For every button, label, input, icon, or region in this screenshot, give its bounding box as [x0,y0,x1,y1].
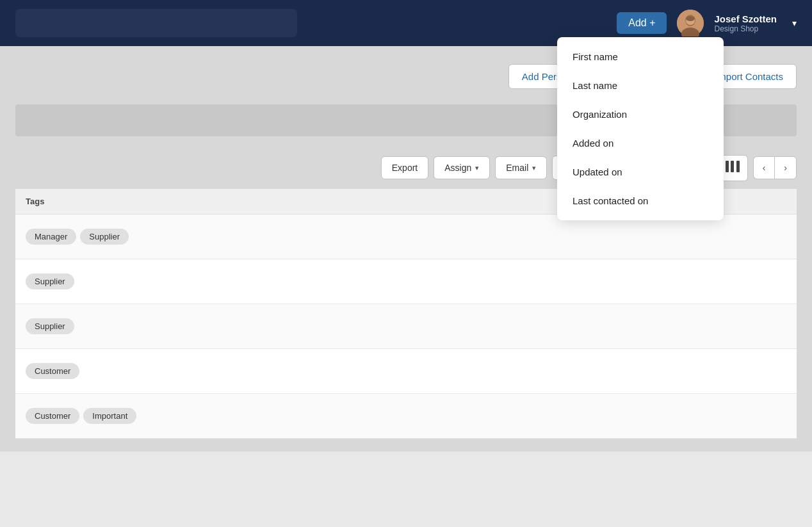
table-row[interactable]: Supplier [15,259,797,304]
row-tags: Manager Supplier [26,229,231,245]
assign-button[interactable]: Assign ▾ [434,156,490,179]
tag-badge: Important [83,408,136,424]
contacts-list: Tags Manager Supplier Supplier Supplier … [15,189,797,439]
tag-badge: Customer [26,408,79,424]
assign-dropdown-arrow-icon: ▾ [475,164,479,172]
sort-option-last-name[interactable]: Last name [557,71,724,100]
table-row[interactable]: Supplier [15,304,797,349]
tag-badge: Supplier [26,273,74,289]
row-tags: Supplier [26,273,231,289]
email-dropdown-arrow-icon: ▾ [532,164,536,172]
svg-rect-16 [736,161,740,172]
email-button[interactable]: Email ▾ [495,156,547,179]
columns-icon [726,162,740,175]
tag-badge: Manager [26,229,76,245]
user-dropdown-arrow-icon[interactable]: ▾ [792,18,797,28]
pagination-arrows: ‹ › [753,156,797,179]
tag-badge: Supplier [80,229,129,245]
sort-option-organization[interactable]: Organization [557,100,724,129]
add-button[interactable]: Add + [617,12,667,34]
svg-rect-15 [731,161,734,172]
row-tags: Supplier [26,318,231,334]
user-company: Design Shop [714,24,777,33]
table-row[interactable]: Customer [15,349,797,394]
next-page-button[interactable]: › [774,156,797,179]
prev-page-button[interactable]: ‹ [753,156,775,179]
sort-option-updated-on[interactable]: Updated on [557,158,724,186]
tags-column-header: Tags [26,197,231,206]
svg-point-4 [686,16,695,21]
svg-rect-14 [726,161,729,172]
tag-badge: Supplier [26,318,74,334]
export-button[interactable]: Export [381,156,428,179]
row-tags: Customer Important [26,408,231,424]
tag-badge: Customer [26,363,79,379]
user-name: Josef Szotten [714,13,777,24]
table-row[interactable]: Customer Important [15,394,797,439]
sort-option-added-on[interactable]: Added on [557,129,724,158]
nav-search-area[interactable] [15,9,297,37]
sort-option-first-name[interactable]: First name [557,42,724,71]
sort-option-last-contacted-on[interactable]: Last contacted on [557,186,724,215]
sort-dropdown-menu: First name Last name Organization Added … [557,37,724,220]
nav-left [15,9,297,37]
row-tags: Customer [26,363,231,379]
main-content: Add Person Add Organization Import Conta… [0,46,812,451]
avatar [677,10,704,36]
table-row[interactable]: Manager Supplier [15,215,797,259]
nav-right: Add + Josef Szotten Design Shop ▾ [617,10,797,36]
user-info: Josef Szotten Design Shop [714,13,777,33]
